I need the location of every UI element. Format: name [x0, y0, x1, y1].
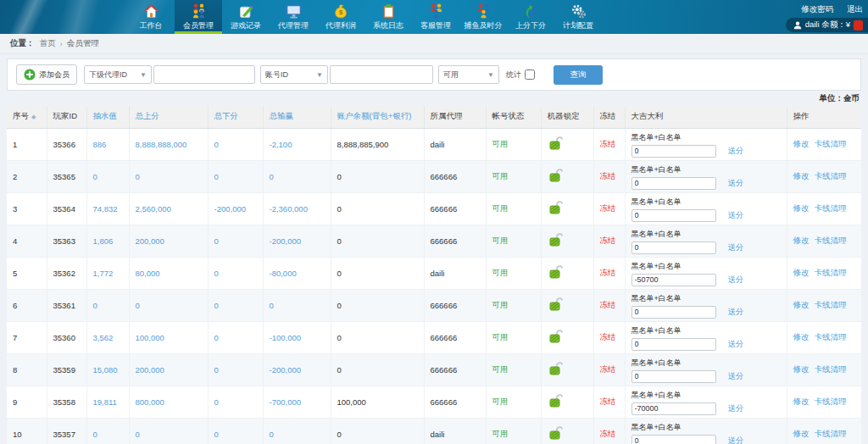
column-header-3[interactable]: 总上分 — [129, 106, 208, 128]
cell-lucky: 黑名单+白名单 送分 — [625, 418, 787, 444]
breadcrumb-home-link[interactable]: 首页 — [40, 38, 56, 49]
nav-item-1[interactable]: 会员管理 — [175, 0, 222, 34]
gift-points-input[interactable] — [632, 145, 716, 158]
freeze-link[interactable]: 冻结 — [600, 203, 616, 213]
freeze-link[interactable]: 冻结 — [600, 236, 616, 245]
send-points-link[interactable]: 送分 — [728, 178, 744, 187]
cell-balance: 0 — [331, 353, 424, 386]
clear-line-link[interactable]: 卡线清理 — [815, 139, 847, 148]
clear-line-link[interactable]: 卡线清理 — [815, 203, 847, 213]
gift-points-input[interactable] — [632, 370, 716, 383]
column-header-4[interactable]: 总下分 — [208, 106, 263, 128]
unlock-padlock-icon[interactable] — [548, 392, 565, 409]
send-points-link[interactable]: 送分 — [728, 403, 744, 413]
freeze-link[interactable]: 冻结 — [600, 332, 616, 341]
send-points-link[interactable]: 送分 — [728, 371, 744, 380]
send-points-link[interactable]: 送分 — [728, 339, 744, 348]
unlock-padlock-icon[interactable] — [548, 135, 565, 152]
clear-line-link[interactable]: 卡线清理 — [815, 397, 847, 406]
gift-points-input[interactable] — [632, 338, 716, 351]
change-password-link[interactable]: 修改密码 — [801, 4, 833, 14]
send-points-link[interactable]: 送分 — [728, 307, 744, 316]
send-points-link[interactable]: 送分 — [728, 242, 744, 252]
unlock-padlock-icon[interactable] — [548, 199, 565, 216]
freeze-link[interactable]: 冻结 — [600, 429, 616, 438]
nav-item-7[interactable]: 捕鱼及时分 — [459, 0, 507, 34]
nav-item-2[interactable]: 游戏记录 — [222, 0, 270, 34]
column-header-0[interactable]: 序号◆ — [7, 106, 47, 128]
stats-checkbox[interactable] — [525, 69, 535, 80]
sub-agent-id-input[interactable] — [153, 65, 255, 84]
freeze-link[interactable]: 冻结 — [600, 300, 616, 309]
edit-link[interactable]: 修改 — [793, 332, 810, 341]
cell-freeze: 冻结 — [593, 321, 625, 353]
unlock-padlock-icon[interactable] — [548, 360, 565, 377]
edit-link[interactable]: 修改 — [793, 203, 810, 213]
logout-link[interactable]: 退出 — [847, 4, 863, 14]
nav-item-0[interactable]: 工作台 — [127, 0, 175, 34]
edit-link[interactable]: 修改 — [793, 139, 810, 148]
gift-points-input[interactable] — [632, 177, 716, 190]
blacklist-whitelist-label: 黑名单+白名单 — [632, 358, 787, 369]
edit-link[interactable]: 修改 — [793, 300, 810, 309]
gift-points-input[interactable] — [632, 274, 716, 286]
nav-item-5[interactable]: 系统日志 — [364, 0, 412, 34]
add-member-button[interactable]: 添加会员 — [16, 64, 77, 85]
send-points-link[interactable]: 送分 — [728, 210, 744, 219]
clear-line-link[interactable]: 卡线清理 — [815, 171, 847, 180]
gift-points-input[interactable] — [632, 209, 716, 222]
clear-line-link[interactable]: 卡线清理 — [815, 364, 847, 374]
cell-player-id: 35366 — [47, 128, 86, 160]
clear-line-link[interactable]: 卡线清理 — [815, 300, 847, 309]
clear-line-link[interactable]: 卡线清理 — [815, 332, 847, 341]
freeze-link[interactable]: 冻结 — [600, 268, 616, 277]
edit-link[interactable]: 修改 — [793, 364, 810, 374]
gift-points-input[interactable] — [632, 435, 716, 444]
clear-line-link[interactable]: 卡线清理 — [815, 268, 847, 277]
edit-link[interactable]: 修改 — [793, 397, 810, 406]
gift-points-input[interactable] — [632, 402, 716, 415]
cell-seq: 7 — [7, 321, 47, 353]
unlock-padlock-icon[interactable] — [548, 264, 565, 280]
cell-machine-lock — [541, 257, 593, 289]
unlock-padlock-icon[interactable] — [548, 425, 565, 441]
freeze-link[interactable]: 冻结 — [600, 171, 616, 180]
account-id-select[interactable]: 账号ID▼ — [260, 65, 328, 84]
nav-item-6[interactable]: 客服管理 — [412, 0, 459, 34]
column-header-2[interactable]: 抽水值 — [86, 106, 129, 128]
cell-operations: 修改卡线清理 — [787, 321, 861, 353]
sub-agent-id-select[interactable]: 下级代理ID▼ — [84, 65, 152, 84]
cell-rake: 0 — [86, 160, 129, 192]
gift-points-input[interactable] — [632, 306, 716, 319]
send-points-link[interactable]: 送分 — [728, 275, 744, 284]
freeze-link[interactable]: 冻结 — [600, 364, 616, 374]
freeze-link[interactable]: 冻结 — [600, 139, 616, 148]
blacklist-whitelist-label: 黑名单+白名单 — [632, 261, 787, 272]
unlock-padlock-icon[interactable] — [548, 296, 565, 313]
edit-link[interactable]: 修改 — [793, 171, 810, 180]
edit-link[interactable]: 修改 — [793, 429, 810, 438]
gift-points-input[interactable] — [632, 241, 716, 254]
send-points-link[interactable]: 送分 — [728, 146, 744, 155]
send-points-link[interactable]: 送分 — [728, 436, 744, 444]
unlock-padlock-icon[interactable] — [548, 328, 565, 345]
clear-line-link[interactable]: 卡线清理 — [815, 236, 847, 245]
column-header-6[interactable]: 账户余额(背包+银行) — [331, 106, 424, 128]
clear-line-link[interactable]: 卡线清理 — [815, 429, 847, 438]
nav-item-9[interactable]: 计划配置 — [554, 0, 602, 34]
status-select[interactable]: 可用▼ — [438, 65, 499, 84]
edit-link[interactable]: 修改 — [793, 236, 810, 245]
column-header-11: 大吉大利 — [625, 106, 787, 128]
nav-item-3[interactable]: 代理管理 — [270, 0, 317, 34]
user-balance-pill[interactable]: daili 余额：¥ — [786, 18, 868, 32]
freeze-link[interactable]: 冻结 — [600, 397, 616, 406]
column-header-5[interactable]: 总输赢 — [263, 106, 331, 128]
edit-link[interactable]: 修改 — [793, 268, 810, 277]
account-id-input[interactable] — [330, 65, 433, 84]
search-button[interactable]: 查询 — [554, 65, 603, 85]
unlock-padlock-icon[interactable] — [548, 167, 565, 184]
cell-player-id: 35360 — [47, 321, 86, 353]
nav-item-4[interactable]: $ 代理利润 — [317, 0, 364, 34]
nav-item-8[interactable]: 上分下分 — [507, 0, 554, 34]
unlock-padlock-icon[interactable] — [548, 231, 565, 248]
